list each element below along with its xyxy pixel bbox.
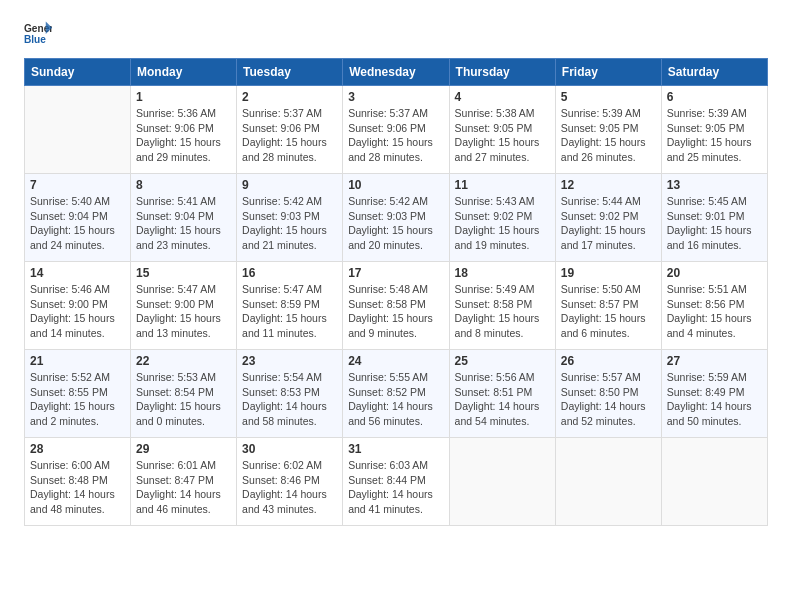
day-cell-5: 5Sunrise: 5:39 AM Sunset: 9:05 PM Daylig…	[555, 86, 661, 174]
day-info: Sunrise: 5:40 AM Sunset: 9:04 PM Dayligh…	[30, 194, 125, 253]
day-number: 7	[30, 178, 125, 192]
day-number: 2	[242, 90, 337, 104]
day-number: 5	[561, 90, 656, 104]
day-info: Sunrise: 5:43 AM Sunset: 9:02 PM Dayligh…	[455, 194, 550, 253]
day-cell-18: 18Sunrise: 5:49 AM Sunset: 8:58 PM Dayli…	[449, 262, 555, 350]
logo: General Blue	[24, 20, 52, 48]
col-header-tuesday: Tuesday	[237, 59, 343, 86]
svg-text:Blue: Blue	[24, 34, 46, 45]
day-number: 3	[348, 90, 443, 104]
day-number: 26	[561, 354, 656, 368]
day-cell-2: 2Sunrise: 5:37 AM Sunset: 9:06 PM Daylig…	[237, 86, 343, 174]
col-header-monday: Monday	[131, 59, 237, 86]
day-number: 6	[667, 90, 762, 104]
day-cell-17: 17Sunrise: 5:48 AM Sunset: 8:58 PM Dayli…	[343, 262, 449, 350]
day-cell-8: 8Sunrise: 5:41 AM Sunset: 9:04 PM Daylig…	[131, 174, 237, 262]
day-info: Sunrise: 5:47 AM Sunset: 8:59 PM Dayligh…	[242, 282, 337, 341]
day-info: Sunrise: 5:42 AM Sunset: 9:03 PM Dayligh…	[242, 194, 337, 253]
day-number: 21	[30, 354, 125, 368]
day-number: 28	[30, 442, 125, 456]
day-info: Sunrise: 5:37 AM Sunset: 9:06 PM Dayligh…	[242, 106, 337, 165]
day-info: Sunrise: 5:56 AM Sunset: 8:51 PM Dayligh…	[455, 370, 550, 429]
day-cell-22: 22Sunrise: 5:53 AM Sunset: 8:54 PM Dayli…	[131, 350, 237, 438]
day-info: Sunrise: 5:47 AM Sunset: 9:00 PM Dayligh…	[136, 282, 231, 341]
day-number: 24	[348, 354, 443, 368]
day-info: Sunrise: 5:37 AM Sunset: 9:06 PM Dayligh…	[348, 106, 443, 165]
day-info: Sunrise: 5:36 AM Sunset: 9:06 PM Dayligh…	[136, 106, 231, 165]
empty-cell	[555, 438, 661, 526]
day-number: 30	[242, 442, 337, 456]
day-info: Sunrise: 6:01 AM Sunset: 8:47 PM Dayligh…	[136, 458, 231, 517]
calendar-table: SundayMondayTuesdayWednesdayThursdayFrid…	[24, 58, 768, 526]
col-header-saturday: Saturday	[661, 59, 767, 86]
day-cell-16: 16Sunrise: 5:47 AM Sunset: 8:59 PM Dayli…	[237, 262, 343, 350]
day-cell-6: 6Sunrise: 5:39 AM Sunset: 9:05 PM Daylig…	[661, 86, 767, 174]
day-cell-13: 13Sunrise: 5:45 AM Sunset: 9:01 PM Dayli…	[661, 174, 767, 262]
day-cell-27: 27Sunrise: 5:59 AM Sunset: 8:49 PM Dayli…	[661, 350, 767, 438]
day-cell-23: 23Sunrise: 5:54 AM Sunset: 8:53 PM Dayli…	[237, 350, 343, 438]
day-cell-21: 21Sunrise: 5:52 AM Sunset: 8:55 PM Dayli…	[25, 350, 131, 438]
day-cell-14: 14Sunrise: 5:46 AM Sunset: 9:00 PM Dayli…	[25, 262, 131, 350]
day-info: Sunrise: 6:00 AM Sunset: 8:48 PM Dayligh…	[30, 458, 125, 517]
day-info: Sunrise: 5:50 AM Sunset: 8:57 PM Dayligh…	[561, 282, 656, 341]
day-number: 9	[242, 178, 337, 192]
day-info: Sunrise: 5:57 AM Sunset: 8:50 PM Dayligh…	[561, 370, 656, 429]
day-info: Sunrise: 5:38 AM Sunset: 9:05 PM Dayligh…	[455, 106, 550, 165]
day-info: Sunrise: 5:41 AM Sunset: 9:04 PM Dayligh…	[136, 194, 231, 253]
day-cell-9: 9Sunrise: 5:42 AM Sunset: 9:03 PM Daylig…	[237, 174, 343, 262]
day-number: 20	[667, 266, 762, 280]
day-info: Sunrise: 5:42 AM Sunset: 9:03 PM Dayligh…	[348, 194, 443, 253]
page-header: General Blue	[24, 20, 768, 48]
day-info: Sunrise: 5:55 AM Sunset: 8:52 PM Dayligh…	[348, 370, 443, 429]
day-info: Sunrise: 5:48 AM Sunset: 8:58 PM Dayligh…	[348, 282, 443, 341]
week-row-1: 1Sunrise: 5:36 AM Sunset: 9:06 PM Daylig…	[25, 86, 768, 174]
day-number: 18	[455, 266, 550, 280]
day-number: 15	[136, 266, 231, 280]
day-info: Sunrise: 6:03 AM Sunset: 8:44 PM Dayligh…	[348, 458, 443, 517]
week-row-5: 28Sunrise: 6:00 AM Sunset: 8:48 PM Dayli…	[25, 438, 768, 526]
day-number: 16	[242, 266, 337, 280]
day-number: 12	[561, 178, 656, 192]
day-number: 19	[561, 266, 656, 280]
day-number: 29	[136, 442, 231, 456]
day-cell-29: 29Sunrise: 6:01 AM Sunset: 8:47 PM Dayli…	[131, 438, 237, 526]
day-cell-15: 15Sunrise: 5:47 AM Sunset: 9:00 PM Dayli…	[131, 262, 237, 350]
col-header-wednesday: Wednesday	[343, 59, 449, 86]
empty-cell	[449, 438, 555, 526]
header-row: SundayMondayTuesdayWednesdayThursdayFrid…	[25, 59, 768, 86]
col-header-thursday: Thursday	[449, 59, 555, 86]
day-cell-12: 12Sunrise: 5:44 AM Sunset: 9:02 PM Dayli…	[555, 174, 661, 262]
day-cell-30: 30Sunrise: 6:02 AM Sunset: 8:46 PM Dayli…	[237, 438, 343, 526]
week-row-2: 7Sunrise: 5:40 AM Sunset: 9:04 PM Daylig…	[25, 174, 768, 262]
day-cell-26: 26Sunrise: 5:57 AM Sunset: 8:50 PM Dayli…	[555, 350, 661, 438]
day-info: Sunrise: 5:53 AM Sunset: 8:54 PM Dayligh…	[136, 370, 231, 429]
day-info: Sunrise: 5:45 AM Sunset: 9:01 PM Dayligh…	[667, 194, 762, 253]
day-number: 4	[455, 90, 550, 104]
day-info: Sunrise: 5:52 AM Sunset: 8:55 PM Dayligh…	[30, 370, 125, 429]
day-number: 1	[136, 90, 231, 104]
logo-icon: General Blue	[24, 20, 52, 48]
day-number: 13	[667, 178, 762, 192]
day-info: Sunrise: 5:39 AM Sunset: 9:05 PM Dayligh…	[561, 106, 656, 165]
day-cell-19: 19Sunrise: 5:50 AM Sunset: 8:57 PM Dayli…	[555, 262, 661, 350]
day-number: 23	[242, 354, 337, 368]
day-info: Sunrise: 5:39 AM Sunset: 9:05 PM Dayligh…	[667, 106, 762, 165]
day-number: 27	[667, 354, 762, 368]
day-number: 11	[455, 178, 550, 192]
day-cell-28: 28Sunrise: 6:00 AM Sunset: 8:48 PM Dayli…	[25, 438, 131, 526]
day-number: 25	[455, 354, 550, 368]
day-info: Sunrise: 5:46 AM Sunset: 9:00 PM Dayligh…	[30, 282, 125, 341]
day-info: Sunrise: 6:02 AM Sunset: 8:46 PM Dayligh…	[242, 458, 337, 517]
day-cell-7: 7Sunrise: 5:40 AM Sunset: 9:04 PM Daylig…	[25, 174, 131, 262]
day-cell-4: 4Sunrise: 5:38 AM Sunset: 9:05 PM Daylig…	[449, 86, 555, 174]
empty-cell	[661, 438, 767, 526]
col-header-sunday: Sunday	[25, 59, 131, 86]
day-number: 22	[136, 354, 231, 368]
day-cell-24: 24Sunrise: 5:55 AM Sunset: 8:52 PM Dayli…	[343, 350, 449, 438]
day-number: 14	[30, 266, 125, 280]
col-header-friday: Friday	[555, 59, 661, 86]
day-info: Sunrise: 5:59 AM Sunset: 8:49 PM Dayligh…	[667, 370, 762, 429]
day-cell-20: 20Sunrise: 5:51 AM Sunset: 8:56 PM Dayli…	[661, 262, 767, 350]
day-cell-11: 11Sunrise: 5:43 AM Sunset: 9:02 PM Dayli…	[449, 174, 555, 262]
day-number: 31	[348, 442, 443, 456]
